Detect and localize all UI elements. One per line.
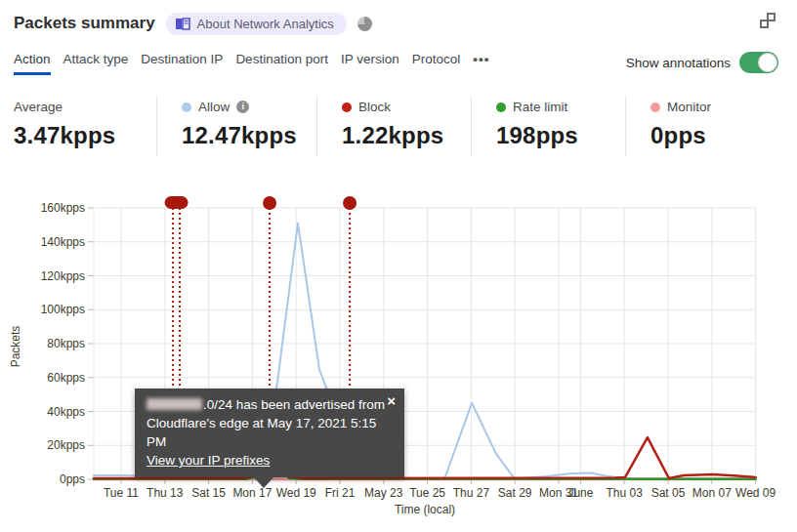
- block-legend-dot: [342, 102, 352, 112]
- badge-label: About Network Analytics: [197, 17, 334, 31]
- tabs: ActionAttack typeDestination IPDestinati…: [14, 52, 489, 75]
- stat-value: 1.22kpps: [342, 122, 471, 149]
- pie-status-icon: [357, 17, 372, 31]
- x-tick-label: June: [567, 486, 593, 500]
- about-network-analytics-badge[interactable]: About Network Analytics: [166, 13, 347, 35]
- redacted-ip-prefix: [147, 398, 202, 410]
- tooltip-arrow: [253, 476, 274, 488]
- y-tick-label: 40kpps: [47, 405, 85, 419]
- rate-limit-legend-dot: [496, 102, 506, 112]
- tab-ip-version[interactable]: IP version: [341, 52, 399, 75]
- stat-label: Monitor: [667, 100, 711, 114]
- window-front-square: [760, 20, 769, 28]
- x-tick-label: Thu 13: [147, 486, 184, 500]
- x-tick-label: Sat 05: [651, 486, 686, 500]
- annotation-tooltip: × .0/24 has been advertised from Cloudfl…: [135, 389, 404, 477]
- stat-value: 0pps: [650, 122, 797, 149]
- toggle-knob: [758, 53, 777, 72]
- tooltip-close-icon[interactable]: ×: [387, 391, 396, 410]
- stat-rate-limit: Rate limit198pps: [472, 96, 626, 156]
- stat-value: 12.47kpps: [182, 122, 316, 149]
- tooltip-line-1-text: .0/24 has been advertised from: [203, 397, 385, 412]
- x-tick-label: Tue 11: [104, 486, 139, 500]
- stat-value: 3.47kpps: [14, 122, 156, 149]
- stats-row: Average3.47kppsAllowi12.47kppsBlock1.22k…: [0, 96, 797, 156]
- y-axis-title: Packets: [9, 326, 22, 368]
- x-tick-label: Wed 19: [276, 486, 316, 500]
- annotation-pill-marker[interactable]: [165, 196, 189, 209]
- tab-attack-type[interactable]: Attack type: [63, 52, 129, 75]
- y-tick-label: 0pps: [60, 472, 85, 486]
- y-tick-label: 20kpps: [47, 438, 85, 452]
- show-annotations-label: Show annotations: [626, 56, 731, 70]
- x-tick-label: Thu 27: [453, 486, 490, 500]
- show-annotations-toggle[interactable]: [739, 52, 778, 73]
- open-in-window-icon[interactable]: [760, 13, 776, 28]
- monitor-legend-dot: [650, 102, 660, 112]
- book-icon: [175, 18, 190, 30]
- x-tick-label: Fri 21: [325, 486, 356, 500]
- tab-destination-port[interactable]: Destination port: [235, 52, 328, 75]
- tabs-row: ActionAttack typeDestination IPDestinati…: [0, 52, 797, 79]
- tooltip-line-1: .0/24 has been advertised from: [147, 395, 393, 414]
- info-icon[interactable]: i: [236, 101, 249, 113]
- tooltip-line-2: Cloudflare's edge at May 17, 2021 5:15 P…: [147, 414, 393, 451]
- stat-label: Block: [358, 100, 391, 114]
- tab-protocol[interactable]: Protocol: [412, 52, 461, 75]
- stat-label: Allow: [198, 100, 230, 114]
- y-tick-label: 100kpps: [41, 303, 85, 316]
- stat-value: 198pps: [496, 122, 625, 149]
- y-tick-label: 160kpps: [41, 201, 85, 215]
- page-title: Packets summary: [14, 14, 155, 33]
- x-tick-label: Sat 29: [498, 486, 532, 500]
- card-header: Packets summary About Network Analytics: [14, 10, 372, 37]
- show-annotations-control: Show annotations: [626, 52, 778, 73]
- stat-allow: Allowi12.47kpps: [157, 96, 317, 156]
- tabs-more-button[interactable]: •••: [473, 52, 489, 75]
- x-tick-label: Thu 03: [607, 486, 644, 500]
- x-axis-title: Time (local): [395, 503, 455, 516]
- stat-label: Rate limit: [513, 100, 567, 114]
- x-tick-label: Tue 25: [409, 486, 445, 500]
- stat-average: Average3.47kpps: [0, 96, 157, 156]
- packets-summary-card: Packets summary About Network Analytics …: [0, 0, 797, 532]
- annotation-dot-marker[interactable]: [343, 196, 357, 210]
- x-tick-label: Sat 15: [191, 486, 226, 500]
- x-tick-label: Mon 07: [692, 486, 732, 500]
- y-tick-label: 80kpps: [47, 337, 85, 350]
- chart: 0pps20kpps40kpps60kpps80kpps100kpps120kp…: [0, 190, 797, 532]
- tab-action[interactable]: Action: [14, 52, 51, 75]
- view-ip-prefixes-link[interactable]: View your IP prefixes: [147, 453, 270, 468]
- stat-block: Block1.22kpps: [317, 96, 472, 156]
- y-tick-label: 140kpps: [41, 235, 85, 249]
- annotation-dot-marker[interactable]: [263, 196, 276, 210]
- x-tick-label: Wed 09: [735, 486, 776, 500]
- x-tick-label: Mon 17: [232, 486, 272, 500]
- tab-destination-ip[interactable]: Destination IP: [141, 52, 223, 75]
- stat-label: Average: [14, 100, 63, 114]
- stat-monitor: Monitor0pps: [626, 96, 797, 156]
- packets-chart-svg: 0pps20kpps40kpps60kpps80kpps100kpps120kp…: [0, 190, 797, 532]
- y-tick-label: 120kpps: [41, 269, 85, 283]
- y-tick-label: 60kpps: [47, 371, 85, 385]
- allow-legend-dot: [182, 102, 191, 112]
- x-tick-label: May 23: [364, 486, 403, 500]
